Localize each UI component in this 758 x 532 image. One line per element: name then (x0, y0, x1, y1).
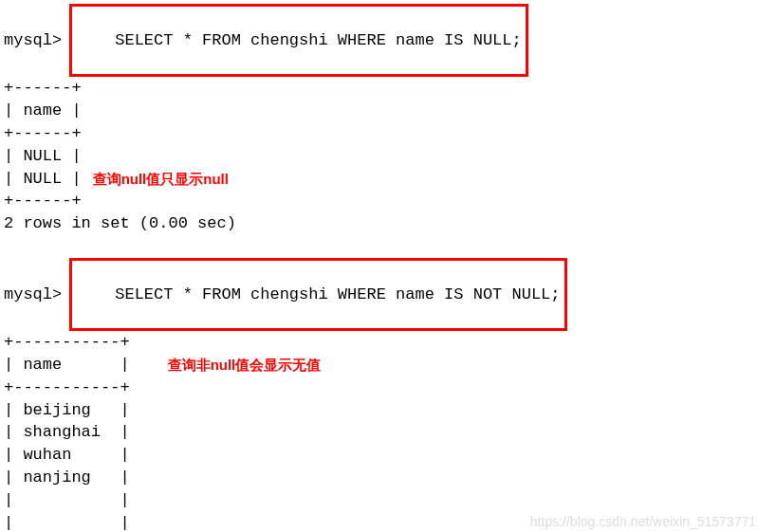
table-separator: +-----------+ (4, 331, 758, 354)
table-row: | shanghai | (4, 421, 758, 444)
annotation-1: 查询null值只显示null (93, 169, 229, 189)
table-row: | wuhan | (4, 444, 758, 467)
table-separator: +------+ (4, 77, 758, 100)
mysql-prompt: mysql> (4, 284, 62, 306)
table-row: | nanjing | (4, 467, 758, 489)
table-row: | NULL | (4, 168, 82, 191)
table-separator: +------+ (4, 190, 758, 212)
table-separator: +-----------+ (4, 376, 758, 399)
table-row: | NULL | (4, 145, 758, 168)
table-row: | | (4, 489, 758, 512)
result-footer: 2 rows in set (0.00 sec) (4, 212, 758, 235)
annotation-2: 查询非null值会显示无值 (168, 355, 322, 375)
table-header: | name | (4, 100, 758, 122)
table-separator: +------+ (4, 122, 758, 145)
sql-query-2: SELECT * FROM chengshi WHERE name IS NOT… (69, 258, 566, 331)
table-row: | beijing | (4, 399, 758, 422)
sql-query-1: SELECT * FROM chengshi WHERE name IS NUL… (69, 4, 527, 77)
query1-line: mysql> SELECT * FROM chengshi WHERE name… (4, 4, 758, 77)
query2-line: mysql> SELECT * FROM chengshi WHERE name… (4, 258, 758, 331)
mysql-prompt: mysql> (4, 29, 62, 52)
table-row: | | (4, 512, 758, 532)
blank-line (4, 235, 758, 258)
table-header: | name | (4, 354, 130, 376)
